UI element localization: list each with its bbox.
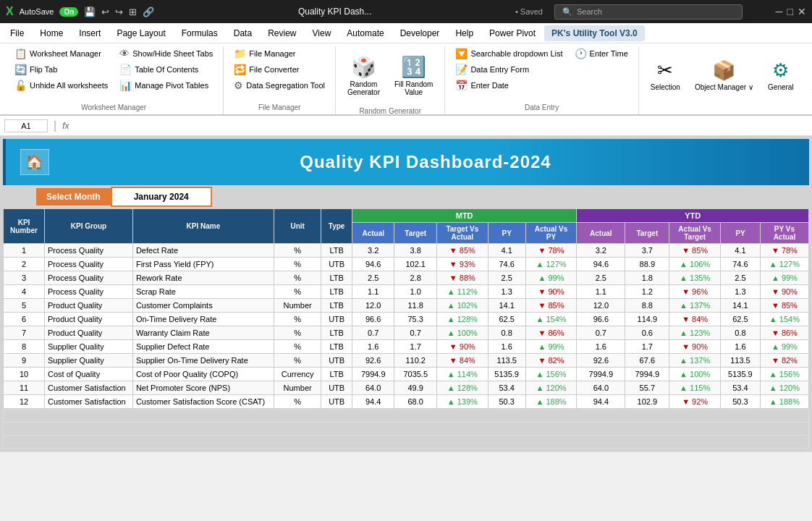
unhide-all-button[interactable]: 🔓 Unhide All worksheets — [10, 78, 112, 93]
cell-ytd-avp: ▼ 86% — [760, 326, 808, 340]
cell-ytd-py: 1.6 — [720, 340, 760, 354]
random-icon: 🎲 — [351, 55, 376, 79]
col-kpi-name: KPI Name — [132, 209, 274, 244]
cell-unit: Number — [274, 299, 321, 313]
ribbon-group-data-entry: 🔽 Searchable dropdown List 📝 Data Entry … — [445, 46, 638, 114]
cell-type: LTB — [321, 285, 352, 299]
menu-item-home[interactable]: Home — [33, 25, 70, 41]
cell-ytd-target: 114.9 — [625, 313, 669, 326]
menu-item-review[interactable]: Review — [261, 25, 303, 41]
cell-type: LTB — [321, 326, 352, 340]
mtd-avp-col: Actual VsPY — [525, 223, 577, 244]
cell-mtd-actual: 92.6 — [352, 354, 394, 368]
autosave-label: AutoSave — [20, 7, 54, 16]
cell-ytd-target: 102.9 — [625, 395, 669, 409]
empty-row-3 — [4, 436, 809, 449]
cell-ytd-actual: 0.7 — [577, 326, 625, 340]
cell-ytd-target: 3.7 — [625, 244, 669, 258]
manage-pivot-button[interactable]: 📊 Manage Pivot Tables — [115, 78, 217, 93]
cell-mtd-py: 4.1 — [488, 244, 525, 258]
ribbon-group-random: 🎲 RandomGenerator 🔢 Fill RandomValue Ran… — [336, 46, 445, 114]
close-button[interactable]: ✕ — [798, 6, 806, 17]
ytd-py-col: PY — [720, 223, 760, 244]
cell-mtd-py: 1.6 — [488, 340, 525, 354]
search-box[interactable]: 🔍 Search — [554, 4, 743, 20]
worksheet-manager-button[interactable]: 📋 Worksheet Manager — [10, 46, 112, 61]
cell-mtd-actual: 94.6 — [352, 258, 394, 271]
selection-button[interactable]: ✂ Selection — [645, 46, 686, 104]
cell-kpi-group: Customer Satisfaction — [45, 381, 133, 395]
cell-ytd-avp: ▼ 78% — [760, 244, 808, 258]
cell-ytd-avp: ▲ 99% — [760, 340, 808, 354]
select-month-button[interactable]: Select Month — [36, 188, 111, 206]
fill-random-button[interactable]: 🔢 Fill RandomValue — [389, 46, 439, 104]
ribbon-group-worksheet-manager: 📋 Worksheet Manager 🔄 Flip Tab 🔓 Unhide … — [4, 46, 224, 114]
horizontal-scrollbar[interactable] — [0, 452, 812, 460]
cell-unit: % — [274, 354, 321, 368]
mtd-tva-col: Target VsActual — [436, 223, 488, 244]
general-button[interactable]: ⚙ General — [762, 46, 800, 104]
cell-kpi-num: 1 — [4, 244, 45, 258]
menu-item-insert[interactable]: Insert — [72, 25, 108, 41]
cell-mtd-actual: 12.0 — [352, 299, 394, 313]
cell-mtd-avp: ▲ 188% — [525, 395, 577, 409]
cell-unit: % — [274, 395, 321, 409]
cell-mtd-target: 3.8 — [394, 244, 437, 258]
enter-time-button[interactable]: 🕐 Enter Time — [570, 46, 633, 61]
cell-ytd-target: 8.8 — [625, 299, 669, 313]
data-segregation-button[interactable]: ⚙ Data Segregation Tool — [229, 78, 329, 93]
save-icon[interactable]: 💾 — [84, 7, 96, 17]
undo-icon[interactable]: ↩ — [101, 7, 109, 17]
pivot-icon: 📊 — [119, 80, 132, 91]
menu-bar: File Home Insert Page Layout Formulas Da… — [0, 23, 812, 43]
cell-kpi-name: Cost of Poor Quality (COPQ) — [132, 368, 274, 381]
menu-item-formulas[interactable]: Formulas — [174, 25, 225, 41]
grid-icon[interactable]: ⊞ — [129, 7, 137, 17]
cell-mtd-py: 74.6 — [488, 258, 525, 271]
random-generator-button[interactable]: 🎲 RandomGenerator — [342, 46, 386, 104]
cell-mtd-py: 1.3 — [488, 285, 525, 299]
maximize-button[interactable]: □ — [787, 6, 793, 17]
cell-mtd-py: 2.5 — [488, 271, 525, 285]
cell-kpi-group: Supplier Quality — [45, 340, 133, 354]
cell-ytd-target: 55.7 — [625, 381, 669, 395]
about-button[interactable]: ℹ About — [803, 46, 812, 104]
menu-item-view[interactable]: View — [305, 25, 339, 41]
cell-kpi-name: Customer Complaints — [132, 299, 274, 313]
share-icon[interactable]: 🔗 — [143, 7, 154, 17]
menu-item-automate[interactable]: Automate — [339, 25, 391, 41]
formula-bar: A1 | fx — [0, 116, 812, 136]
cell-ytd-avp: ▼ 85% — [760, 299, 808, 313]
cell-ytd-actual: 92.6 — [577, 354, 625, 368]
menu-item-page-layout[interactable]: Page Layout — [109, 25, 172, 41]
ribbon: 📋 Worksheet Manager 🔄 Flip Tab 🔓 Unhide … — [0, 43, 812, 116]
object-manager-button[interactable]: 📦 Object Manager ∨ — [689, 46, 759, 104]
cell-kpi-name: Supplier On-Time Delivery Rate — [132, 354, 274, 368]
cell-ytd-avt: ▼ 84% — [669, 313, 721, 326]
menu-item-utility-tool[interactable]: PK's Utility Tool V3.0 — [544, 25, 645, 41]
data-entry-form-button[interactable]: 📝 Data Entry Form — [451, 62, 567, 77]
menu-item-file[interactable]: File — [3, 25, 31, 41]
menu-item-data[interactable]: Data — [227, 25, 259, 41]
mtd-actual-col: Actual — [352, 223, 394, 244]
flip-tab-button[interactable]: 🔄 Flip Tab — [10, 62, 112, 77]
show-hide-tabs-button[interactable]: 👁 Show/Hide Sheet Tabs — [115, 46, 217, 61]
minimize-button[interactable]: ─ — [776, 6, 783, 17]
cell-ytd-actual: 12.0 — [577, 299, 625, 313]
menu-item-developer[interactable]: Developer — [393, 25, 447, 41]
autosave-toggle[interactable]: On — [59, 7, 78, 17]
cell-mtd-tva: ▲ 100% — [436, 326, 488, 340]
cell-mtd-avp: ▼ 90% — [525, 285, 577, 299]
redo-icon[interactable]: ↪ — [115, 7, 123, 17]
table-of-contents-button[interactable]: 📄 Table Of Contents — [115, 62, 217, 77]
cell-mtd-avp: ▲ 120% — [525, 381, 577, 395]
searchable-dropdown-button[interactable]: 🔽 Searchable dropdown List — [451, 46, 567, 61]
cell-reference-input[interactable]: A1 — [4, 119, 48, 132]
home-icon-cell[interactable]: 🏠 — [20, 149, 49, 175]
file-manager-button[interactable]: 📁 File Manager — [229, 46, 329, 61]
menu-item-help[interactable]: Help — [448, 25, 481, 41]
enter-date-button[interactable]: 📅 Enter Date — [451, 78, 567, 93]
file-converter-button[interactable]: 🔁 File Converter — [229, 62, 329, 77]
menu-item-power-pivot[interactable]: Power Pivot — [482, 25, 543, 41]
cell-ytd-py: 4.1 — [720, 244, 760, 258]
